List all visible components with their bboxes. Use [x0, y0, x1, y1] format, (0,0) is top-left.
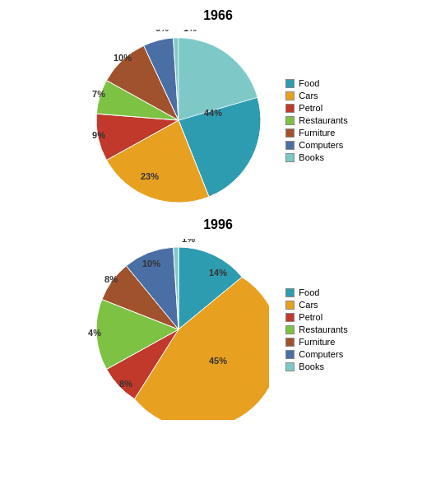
legend-label-computers-1996: Computers — [299, 349, 343, 359]
label-restaurants-1966: 7% — [92, 89, 105, 99]
legend-item-cars-1966: Cars — [285, 91, 347, 100]
page: 1966 44% — [0, 0, 436, 504]
chart-row-1966: 44% 23% 9% 7% 10% 6% 1% Food Cars — [0, 30, 436, 211]
pie-chart-1996: 14% 45% 8% 14% 8% 10% 1% — [88, 239, 269, 420]
chart-section-1996: 1996 — [0, 217, 436, 420]
legend-label-computers-1966: Computers — [299, 140, 343, 150]
swatch-books-1966 — [285, 153, 295, 162]
legend-label-books-1996: Books — [299, 362, 324, 371]
legend-item-cars-1996: Cars — [285, 300, 347, 310]
legend-item-restaurants-1996: Restaurants — [285, 324, 347, 334]
legend-label-food-1966: Food — [299, 78, 319, 88]
label-computers-1996: 10% — [142, 259, 160, 268]
swatch-computers-1996 — [285, 350, 295, 359]
chart-title-1996: 1996 — [203, 217, 233, 232]
legend-label-food-1996: Food — [299, 287, 319, 297]
legend-label-restaurants-1996: Restaurants — [299, 324, 347, 334]
legend-label-books-1966: Books — [299, 152, 324, 162]
swatch-books-1996 — [285, 362, 295, 371]
legend-label-restaurants-1966: Restaurants — [299, 115, 347, 125]
legend-item-petrol-1996: Petrol — [285, 312, 347, 322]
label-books-1966: 1% — [183, 30, 197, 33]
legend-item-books-1996: Books — [285, 362, 347, 371]
legend-1996: Food Cars Petrol Restaurants Furniture — [285, 287, 347, 371]
label-cars-1996: 45% — [209, 356, 227, 366]
swatch-food-1966 — [285, 79, 295, 88]
legend-item-computers-1996: Computers — [285, 349, 347, 359]
swatch-cars-1996 — [285, 301, 295, 310]
swatch-petrol-1966 — [285, 104, 295, 113]
chart-row-1996: 14% 45% 8% 14% 8% 10% 1% Food — [0, 239, 436, 420]
legend-item-food-1996: Food — [285, 287, 347, 297]
legend-item-furniture-1996: Furniture — [285, 337, 347, 347]
label-petrol-1996: 8% — [119, 379, 132, 389]
label-restaurants-1996: 14% — [88, 328, 101, 338]
legend-item-petrol-1966: Petrol — [285, 103, 347, 113]
legend-item-restaurants-1966: Restaurants — [285, 115, 347, 125]
swatch-cars-1966 — [285, 91, 295, 100]
swatch-furniture-1966 — [285, 128, 295, 138]
legend-item-computers-1966: Computers — [285, 140, 347, 150]
legend-item-food-1966: Food — [285, 78, 347, 88]
swatch-food-1996 — [285, 288, 295, 297]
legend-item-books-1966: Books — [285, 152, 347, 162]
legend-label-cars-1996: Cars — [299, 300, 318, 310]
swatch-restaurants-1966 — [285, 116, 295, 125]
swatch-computers-1966 — [285, 141, 295, 150]
legend-label-furniture-1966: Furniture — [299, 128, 335, 138]
label-furniture-1966: 10% — [114, 53, 132, 63]
swatch-restaurants-1996 — [285, 325, 295, 334]
legend-label-furniture-1996: Furniture — [299, 337, 335, 347]
label-books-1996: 1% — [182, 239, 195, 244]
label-cars-1966: 23% — [141, 171, 159, 181]
legend-item-furniture-1966: Furniture — [285, 128, 347, 138]
swatch-furniture-1996 — [285, 338, 295, 347]
label-petrol-1966: 9% — [92, 130, 105, 140]
legend-1966: Food Cars Petrol Restaurants Furniture — [285, 78, 347, 162]
label-food-1966: 44% — [204, 108, 222, 118]
chart-title-1966: 1966 — [203, 8, 233, 23]
legend-label-cars-1966: Cars — [299, 91, 318, 100]
legend-label-petrol-1966: Petrol — [299, 103, 322, 113]
label-computers-1966: 6% — [155, 30, 169, 33]
legend-label-petrol-1996: Petrol — [299, 312, 322, 322]
chart-section-1966: 1966 44% — [0, 8, 436, 211]
pie-chart-1966: 44% 23% 9% 7% 10% 6% 1% — [88, 30, 269, 211]
label-furniture-1996: 8% — [104, 274, 118, 284]
label-food-1996: 14% — [209, 268, 227, 278]
swatch-petrol-1996 — [285, 313, 295, 322]
